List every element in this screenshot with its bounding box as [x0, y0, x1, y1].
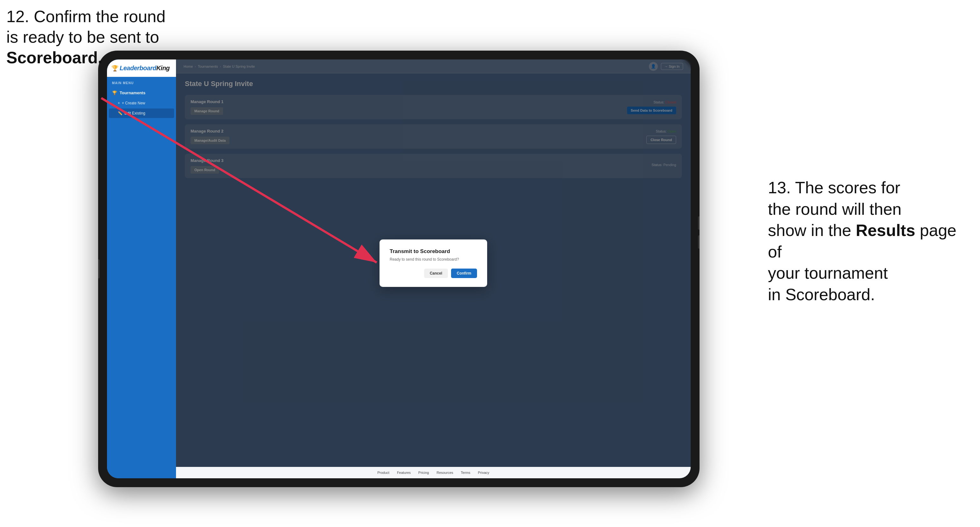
sidebar-edit-existing[interactable]: ✏️ Edit Existing — [109, 108, 174, 118]
modal-confirm-button[interactable]: Confirm — [451, 268, 477, 278]
annotation-right-line2: the round will then — [768, 200, 902, 218]
modal-cancel-button[interactable]: Cancel — [424, 268, 448, 278]
annotation-right-line6: in Scoreboard. — [768, 285, 875, 304]
sidebar-create-new[interactable]: + + Create New — [107, 98, 176, 108]
tablet-side-button — [98, 259, 100, 278]
annotation-right-line1: 13. The scores for — [768, 178, 900, 197]
modal-overlay: Transmit to Scoreboard Ready to send thi… — [176, 59, 691, 467]
annotation-right-line5: your tournament — [768, 264, 888, 282]
modal-subtitle: Ready to send this round to Scoreboard? — [390, 257, 477, 262]
tablet-screen: 🏆 LeaderboardKing MAIN MENU 🏆 Tournament… — [107, 59, 691, 478]
annotation-right-line3: show in the — [768, 221, 851, 240]
annotation-right: 13. The scores for the round will then s… — [768, 177, 970, 306]
modal-buttons: Cancel Confirm — [390, 268, 477, 278]
tablet-frame: 🏆 LeaderboardKing MAIN MENU 🏆 Tournament… — [98, 51, 700, 487]
trophy-icon: 🏆 — [112, 90, 117, 95]
app-footer: Product Features Pricing Resources Terms… — [176, 467, 691, 478]
tournaments-label: Tournaments — [120, 90, 145, 95]
sidebar: 🏆 LeaderboardKing MAIN MENU 🏆 Tournament… — [107, 59, 176, 478]
sidebar-item-tournaments[interactable]: 🏆 Tournaments — [107, 87, 176, 98]
main-menu-label: MAIN MENU — [107, 77, 176, 87]
tablet-side-buttons-right — [698, 216, 700, 249]
annotation-line3-bold: Scoreboard. — [6, 48, 102, 67]
footer-pricing[interactable]: Pricing — [418, 471, 429, 475]
create-new-label: + Create New — [122, 101, 145, 105]
footer-product[interactable]: Product — [377, 471, 389, 475]
tablet-volume-down — [698, 235, 700, 249]
footer-features[interactable]: Features — [397, 471, 410, 475]
transmit-modal: Transmit to Scoreboard Ready to send thi… — [380, 240, 487, 287]
annotation-right-line4-bold: Results — [856, 221, 915, 240]
plus-icon: + — [118, 101, 120, 105]
footer-terms[interactable]: Terms — [461, 471, 470, 475]
annotation-top-left: 12. Confirm the round is ready to be sen… — [6, 6, 165, 68]
tablet-volume-up — [698, 216, 700, 230]
annotation-line2: is ready to be sent to — [6, 28, 159, 46]
footer-resources[interactable]: Resources — [436, 471, 453, 475]
annotation-line1: 12. Confirm the round — [6, 7, 165, 25]
footer-privacy[interactable]: Privacy — [478, 471, 489, 475]
main-content: Home › Tournaments › State U Spring Invi… — [176, 59, 691, 478]
modal-title: Transmit to Scoreboard — [390, 248, 477, 255]
edit-icon: ✏️ — [118, 111, 123, 116]
app-container: 🏆 LeaderboardKing MAIN MENU 🏆 Tournament… — [107, 59, 691, 478]
edit-existing-label: Edit Existing — [124, 111, 145, 116]
